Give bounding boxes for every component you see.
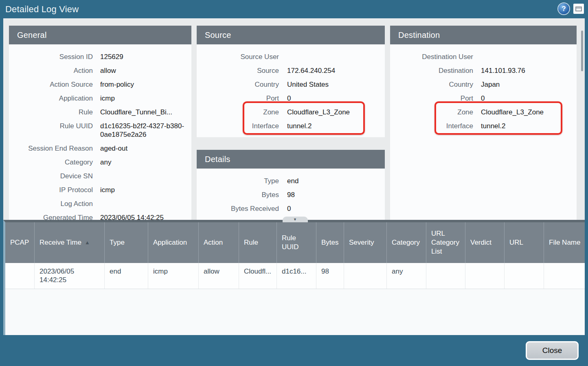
column-header-rule[interactable]: Rule [239,222,277,263]
field-label: Bytes [197,191,279,199]
field-label: Session End Reason [9,144,93,153]
field-value: tunnel.2 [287,122,380,130]
field-value: Japan [481,80,572,89]
field-value: tunnel.2 [481,122,572,130]
cell-category: any [387,263,426,289]
field-label: Bytes Received [197,204,279,213]
field-value: aged-out [100,144,186,153]
general-row-rule: RuleCloudflare_Tunnel_Bi... [9,105,191,119]
column-label: Rule UUID [282,234,313,252]
field-value: 125629 [100,53,186,61]
help-icon[interactable]: ? [558,3,569,14]
close-button[interactable]: Close [526,341,579,360]
window-icon[interactable] [573,4,584,14]
field-label: Action [9,66,93,75]
source-row-source: Source172.64.240.254 [197,64,385,78]
column-label: Application [153,238,187,247]
column-header-verdict[interactable]: Verdict [465,222,505,263]
field-label: Country [197,80,279,89]
column-header-action[interactable]: Action [199,222,239,263]
field-label: Category [9,158,93,167]
field-label: Session ID [9,53,93,61]
source-row-zone: ZoneCloudflare_L3_Zone [197,105,385,119]
column-label: Bytes [321,238,339,247]
field-label: Interface [197,122,279,130]
column-label: URL Category List [431,229,462,256]
cell-receive-time: 2023/06/05 14:42:25 [35,263,105,289]
field-label: Rule [9,108,93,116]
log-table-header: PCAP Receive Time▲ Type Application Acti… [5,222,585,263]
column-label: URL [509,238,523,247]
column-header-receive-time[interactable]: Receive Time▲ [35,222,105,263]
column-header-category[interactable]: Category [387,222,426,263]
field-value: icmp [100,186,186,194]
source-row-source-user: Source User [197,50,385,64]
cell-url-category-list [426,263,465,289]
general-row-rule-uuid: Rule UUIDd1c16235-b2f2-4327-b380-0ae1875… [9,119,191,142]
column-label: Severity [349,238,374,247]
column-label: Rule [244,238,258,247]
column-header-file-name[interactable]: File Name [544,222,585,263]
column-header-application[interactable]: Application [148,222,199,263]
column-header-rule-uuid[interactable]: Rule UUID [277,222,316,263]
field-value: 172.64.240.254 [287,66,380,75]
destination-row-country: CountryJapan [390,78,577,92]
column-header-url-category-list[interactable]: URL Category List [426,222,465,263]
general-panel: General Session ID125629 Actionallow Act… [9,26,191,220]
field-value: any [100,158,186,167]
general-row-device-sn: Device SN [9,169,191,183]
source-row-port: Port0 [197,92,385,105]
column-label: Verdict [470,238,491,247]
column-header-severity[interactable]: Severity [344,222,387,263]
chevron-down-icon: ▼ [293,217,297,221]
column-header-url[interactable]: URL [505,222,544,263]
field-label: Country [390,80,473,89]
general-row-log-action: Log Action [9,197,191,211]
source-row-country: CountryUnited States [197,78,385,92]
cell-pcap [5,263,35,289]
details-row-type: Typeend [197,174,385,188]
destination-panel: Destination Destination User Destination… [390,26,577,220]
window-icon-glyph [575,7,582,11]
field-value: United States [287,80,380,89]
field-value: icmp [100,94,186,103]
general-row-session-end-reason: Session End Reasonaged-out [9,142,191,156]
destination-row-interface: Interfacetunnel.2 [390,119,577,133]
cell-application: icmp [148,263,199,289]
cell-severity [344,263,387,289]
field-value: 0 [287,94,380,103]
field-label: Application [9,94,93,103]
vertical-scrollbar[interactable] [581,31,583,71]
field-label: Destination [390,66,473,75]
column-label: Receive Time [39,238,81,247]
general-row-category: Categoryany [9,156,191,169]
field-label: Type [197,177,279,185]
field-value: Cloudflare_L3_Zone [481,108,572,116]
field-label: IP Protocol [9,186,93,194]
destination-panel-title: Destination [390,26,577,44]
collapse-table-handle[interactable]: ▼ [283,217,308,222]
field-label: Generated Time [9,213,93,220]
field-value: 2023/06/05 14:42:25 [100,213,186,220]
column-header-pcap[interactable]: PCAP [5,222,35,263]
column-label: Action [204,238,223,247]
general-row-application: Applicationicmp [9,92,191,105]
details-panel: Details Typeend Bytes98 Bytes Received0 [197,150,385,220]
field-value: from-policy [100,80,186,89]
general-row-action-source: Action Sourcefrom-policy [9,78,191,92]
field-label: Source User [197,53,279,61]
details-panel-title: Details [197,150,385,169]
log-table-row[interactable]: 2023/06/05 14:42:25 end icmp allow Cloud… [5,263,585,289]
log-detail-panels: General Session ID125629 Actionallow Act… [3,18,585,220]
page-title: Detailed Log View [5,4,79,15]
cell-file-name [544,263,585,289]
general-row-session-id: Session ID125629 [9,50,191,64]
column-header-bytes[interactable]: Bytes [316,222,344,263]
log-table-section: ▼ PCAP Receive Time▲ Type Application Ac… [3,220,585,335]
destination-row-destination: Destination141.101.93.76 [390,64,577,78]
column-header-type[interactable]: Type [105,222,148,263]
field-value: Cloudflare_L3_Zone [287,108,380,116]
details-row-bytes-received: Bytes Received0 [197,202,385,216]
field-value: end [287,177,380,185]
cell-type: end [105,263,148,289]
